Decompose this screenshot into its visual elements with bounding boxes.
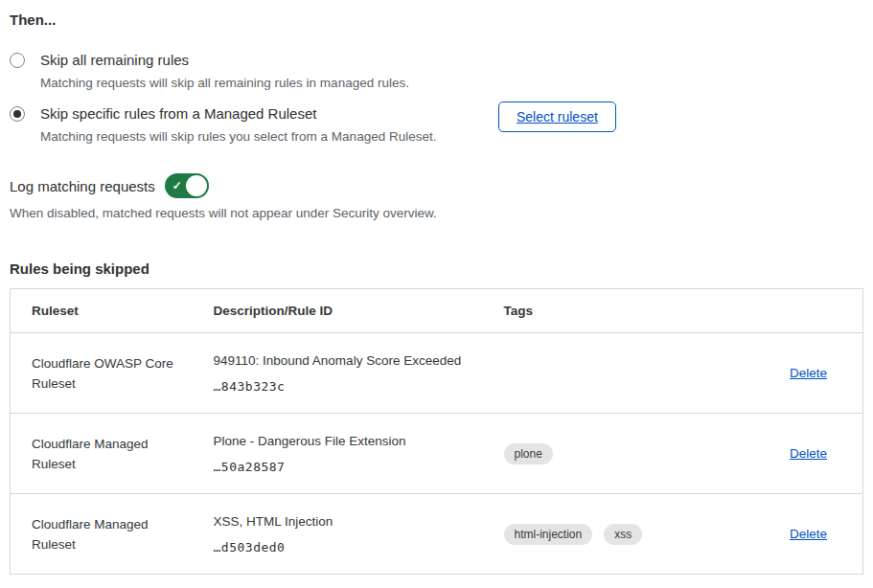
rule-description: XSS, HTML Injection xyxy=(214,513,473,530)
rule-tags-cell: html-injection xss xyxy=(483,494,751,575)
log-matching-help-text: When disabled, matched requests will not… xyxy=(10,206,863,220)
then-heading: Then... xyxy=(10,11,863,28)
delete-link[interactable]: Delete xyxy=(790,366,827,380)
rule-tags-cell: plone xyxy=(483,414,751,494)
table-row: Cloudflare OWASP Core Ruleset 949110: In… xyxy=(11,333,863,414)
rule-description-cell: 949110: Inbound Anomaly Score Exceeded …… xyxy=(193,333,483,414)
column-header-description: Description/Rule ID xyxy=(193,289,483,333)
delete-link[interactable]: Delete xyxy=(790,446,827,461)
table-row: Cloudflare Managed Ruleset Plone - Dange… xyxy=(11,414,863,494)
column-header-actions xyxy=(751,289,863,333)
rule-id: …50a28587 xyxy=(214,460,473,474)
rules-table-heading: Rules being skipped xyxy=(10,260,863,277)
toggle-knob xyxy=(186,175,207,196)
option-text: Skip all remaining rules Matching reques… xyxy=(40,51,409,91)
option-skip-all-rules: Skip all remaining rules Matching reques… xyxy=(10,51,863,91)
rule-action-cell: Delete xyxy=(751,414,863,494)
radio-selected-dot xyxy=(13,110,21,118)
rules-being-skipped-table: Ruleset Description/Rule ID Tags Cloudfl… xyxy=(10,288,863,575)
table-row: Cloudflare Managed Ruleset XSS, HTML Inj… xyxy=(11,494,863,575)
option-skip-specific-label[interactable]: Skip specific rules from a Managed Rules… xyxy=(40,104,436,123)
ruleset-name: Cloudflare Managed Ruleset xyxy=(11,494,193,575)
delete-link[interactable]: Delete xyxy=(790,527,827,541)
radio-skip-all-rules[interactable] xyxy=(10,53,25,68)
ruleset-name: Cloudflare OWASP Core Ruleset xyxy=(11,333,193,414)
table-header-row: Ruleset Description/Rule ID Tags xyxy=(11,289,863,333)
check-icon: ✓ xyxy=(172,178,182,193)
ruleset-name: Cloudflare Managed Ruleset xyxy=(11,414,193,494)
column-header-tags: Tags xyxy=(483,289,751,333)
waf-rule-action-panel: Then... Skip all remaining rules Matchin… xyxy=(0,0,873,588)
rule-action-cell: Delete xyxy=(751,494,863,575)
tag-badge: html-injection xyxy=(504,524,593,545)
rule-tags-cell xyxy=(483,333,751,414)
rule-id: …843b323c xyxy=(214,379,473,394)
column-header-ruleset: Ruleset xyxy=(11,289,193,333)
rule-action-cell: Delete xyxy=(751,333,863,414)
rule-description: 949110: Inbound Anomaly Score Exceeded xyxy=(214,352,473,369)
option-skip-specific-description: Matching requests will skip rules you se… xyxy=(40,128,436,145)
tags-list: plone xyxy=(504,443,742,464)
log-matching-label: Log matching requests xyxy=(10,178,155,194)
option-skip-all-label[interactable]: Skip all remaining rules xyxy=(40,51,409,69)
tag-badge: plone xyxy=(504,443,553,464)
log-matching-row: Log matching requests ✓ xyxy=(10,173,863,198)
log-matching-toggle[interactable]: ✓ xyxy=(165,173,209,198)
tag-badge: xss xyxy=(604,524,642,545)
option-skip-all-description: Matching requests will skip all remainin… xyxy=(40,75,409,91)
select-ruleset-button[interactable]: Select ruleset xyxy=(498,102,616,132)
radio-skip-specific-rules[interactable] xyxy=(10,106,25,122)
rule-description-cell: Plone - Dangerous File Extension …50a285… xyxy=(193,414,483,494)
rule-id: …d503ded0 xyxy=(214,540,473,554)
option-skip-specific-rules: Skip specific rules from a Managed Rules… xyxy=(10,104,863,145)
option-text: Skip specific rules from a Managed Rules… xyxy=(40,104,436,145)
rule-description: Plone - Dangerous File Extension xyxy=(214,433,473,449)
rule-description-cell: XSS, HTML Injection …d503ded0 xyxy=(193,494,483,575)
tags-list: html-injection xss xyxy=(504,524,742,545)
